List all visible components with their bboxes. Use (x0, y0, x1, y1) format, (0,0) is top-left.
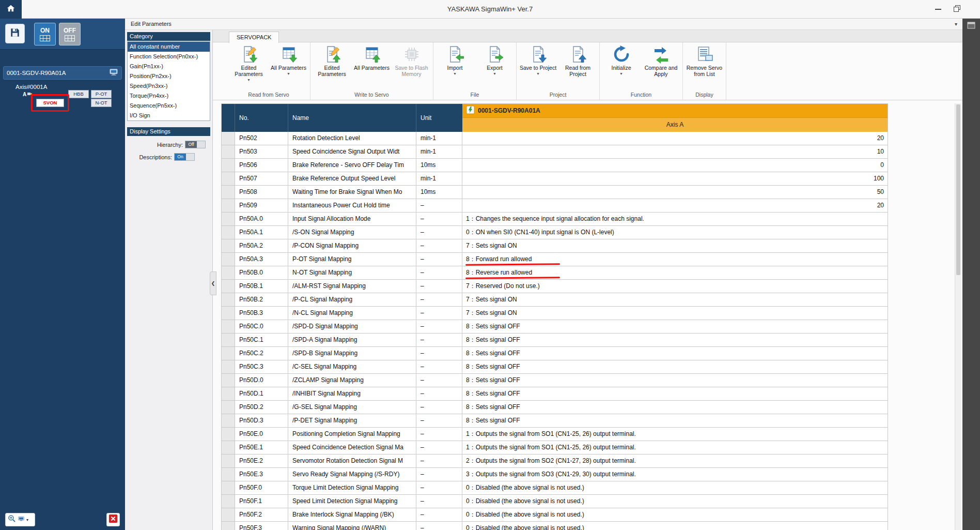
row-selector[interactable] (222, 414, 235, 427)
param-value-cell[interactable]: 8：Sets signal OFF (462, 334, 888, 346)
category-item[interactable]: Speed(Pn3xx-) (128, 81, 210, 91)
ribbon-button[interactable]: Export ▼ (475, 43, 515, 90)
row-selector[interactable] (222, 387, 235, 400)
table-row[interactable]: Pn50B.1 /ALM-RST Signal Mapping – 7：Rese… (222, 280, 888, 293)
row-selector[interactable] (222, 428, 235, 441)
ribbon-button[interactable]: Save to Project ▼ (518, 43, 558, 90)
table-row[interactable]: Pn50A.0 Input Signal Allocation Mode – 1… (222, 213, 888, 226)
ribbon-button[interactable]: Import ▼ (435, 43, 475, 90)
dropdown-arrow-icon[interactable]: ▼ (287, 72, 290, 75)
table-row[interactable]: Pn50A.1 /S-ON Signal Mapping – 0：ON when… (222, 226, 888, 239)
row-selector[interactable] (222, 374, 235, 387)
param-value-cell[interactable]: 8：Sets signal OFF (462, 387, 888, 400)
param-value-cell[interactable]: 3：Outputs the signal from SO3 (CN1-29, 3… (462, 468, 888, 481)
param-value-cell[interactable]: 20 (462, 199, 888, 212)
pane-menu-chevron-icon[interactable]: ▾ (955, 19, 957, 29)
save-button[interactable] (5, 24, 25, 43)
table-row[interactable]: Pn50B.2 /P-CL Signal Mapping – 7：Sets si… (222, 293, 888, 307)
param-value-cell[interactable]: 50 (462, 186, 888, 199)
category-item[interactable]: All constant number (128, 42, 210, 52)
category-item[interactable]: I/O Sign (128, 111, 210, 120)
param-value-cell[interactable]: 8：Sets signal OFF (462, 414, 888, 427)
param-value-cell[interactable]: 8：Sets signal OFF (462, 320, 888, 333)
param-value-cell[interactable]: 7：Sets signal ON (462, 239, 888, 252)
zoom-tools[interactable]: ▾ (5, 513, 35, 526)
table-row[interactable]: Pn50E.2 Servomotor Rotation Detection Si… (222, 455, 888, 468)
table-row[interactable]: Pn50B.0 N-OT Signal Mapping – 8：Reverse … (222, 266, 888, 280)
param-value-cell[interactable]: 0：Disabled (the above signal is not used… (462, 481, 888, 494)
table-row[interactable]: Pn50F.3 Warning Signal Mapping (/WARN) –… (222, 522, 888, 530)
param-value-cell[interactable]: 8：Forward run allowed (462, 253, 888, 266)
table-row[interactable]: Pn50E.3 Servo Ready Signal Mapping (/S-R… (222, 468, 888, 481)
dock-window-icon[interactable] (967, 22, 975, 29)
table-row[interactable]: Pn50C.3 /C-SEL Signal Mapping – 8：Sets s… (222, 360, 888, 374)
dropdown-arrow-icon[interactable]: ▼ (619, 72, 623, 75)
servo-on-button[interactable]: ON (34, 23, 56, 46)
row-selector[interactable] (222, 145, 235, 158)
row-selector[interactable] (222, 213, 235, 225)
table-row[interactable]: Pn50C.1 /SPD-A Signal Mapping – 8：Sets s… (222, 334, 888, 347)
param-value-cell[interactable]: 8：Reverse run allowed (462, 266, 888, 279)
param-value-cell[interactable]: 10 (462, 145, 888, 158)
row-selector[interactable] (222, 347, 235, 360)
scrollbar-thumb[interactable] (956, 104, 960, 275)
param-value-cell[interactable]: 1：Outputs the signal from SO1 (CN1-25, 2… (462, 428, 888, 441)
table-row[interactable]: Pn50A.2 /P-CON Signal Mapping – 7：Sets s… (222, 239, 888, 253)
table-row[interactable]: Pn50F.0 Torque Limit Detection Signal Ma… (222, 481, 888, 495)
table-row[interactable]: Pn509 Instantaneous Power Cut Hold time … (222, 199, 888, 213)
table-row[interactable]: Pn50A.3 P-OT Signal Mapping – 8：Forward … (222, 253, 888, 266)
category-item[interactable]: Gain(Pn1xx-) (128, 62, 210, 71)
param-value-cell[interactable]: 1：Outputs the signal from SO1 (CN1-25, 2… (462, 441, 888, 454)
param-value-cell[interactable]: 0：Disabled (the above signal is not used… (462, 495, 888, 508)
table-row[interactable]: Pn50D.3 /P-DET Signal Mapping – 8：Sets s… (222, 414, 888, 428)
category-item[interactable]: Position(Pn2xx-) (128, 71, 210, 81)
restore-button-icon[interactable] (954, 5, 960, 14)
table-row[interactable]: Pn50F.2 Brake Interlock Signal Mapping (… (222, 508, 888, 522)
table-row[interactable]: Pn50C.2 /SPD-B Signal Mapping – 8：Sets s… (222, 347, 888, 360)
ribbon-button[interactable]: Compare and Apply (641, 43, 681, 90)
row-selector[interactable] (222, 266, 235, 279)
dropdown-arrow-icon[interactable]: ▼ (247, 78, 251, 82)
axis-tree-node[interactable]: Axis#0001A (15, 84, 47, 90)
table-row[interactable]: Pn502 Rotation Detection Level min-1 20 (222, 132, 888, 145)
table-row[interactable]: Pn50D.0 /ZCLAMP Signal Mapping – 8：Sets … (222, 374, 888, 387)
param-value-cell[interactable]: 2：Outputs the signal from SO2 (CN1-27, 2… (462, 455, 888, 467)
ribbon-button[interactable]: Edited Parameters ▼ (229, 43, 269, 90)
vertical-scrollbar[interactable] (955, 103, 961, 530)
row-selector[interactable] (222, 481, 235, 494)
row-selector[interactable] (222, 508, 235, 521)
row-selector[interactable] (222, 132, 235, 145)
category-item[interactable]: Function Selection(Pn0xx-) (128, 52, 210, 62)
param-value-cell[interactable]: 7：Sets signal ON (462, 293, 888, 306)
table-row[interactable]: Pn50D.2 /G-SEL Signal Mapping – 8：Sets s… (222, 401, 888, 414)
row-selector[interactable] (222, 360, 235, 373)
descriptions-toggle[interactable]: On (174, 153, 195, 161)
ribbon-button[interactable]: All Parameters (352, 43, 392, 90)
param-value-cell[interactable]: 0：Disabled (the above signal is not used… (462, 522, 888, 530)
param-value-cell[interactable]: 8：Sets signal OFF (462, 347, 888, 360)
row-selector[interactable] (222, 280, 235, 293)
param-value-cell[interactable]: 0：Disabled (the above signal is not used… (462, 508, 888, 521)
table-row[interactable]: Pn50C.0 /SPD-D Signal Mapping – 8：Sets s… (222, 320, 888, 334)
servo-off-button[interactable]: OFF (59, 23, 81, 46)
tab-servopack[interactable]: SERVOPACK (229, 32, 279, 43)
servopack-tree-node[interactable]: 0001-SGDV-R90A01A (3, 66, 122, 80)
ribbon-button[interactable]: Remove Servo from List (685, 43, 724, 90)
table-row[interactable]: Pn508 Waiting Time for Brake Signal When… (222, 186, 888, 199)
row-selector[interactable] (222, 226, 235, 239)
row-selector[interactable] (222, 307, 235, 320)
ribbon-button[interactable]: Initialize ▼ (601, 43, 641, 90)
minimize-button-icon[interactable] (935, 9, 941, 10)
table-row[interactable]: Pn503 Speed Coincidence Signal Output Wi… (222, 145, 888, 159)
row-selector[interactable] (222, 468, 235, 481)
param-value-cell[interactable]: 0：ON when SI0 (CN1-40) input signal is O… (462, 226, 888, 239)
param-value-cell[interactable]: 0 (462, 159, 888, 172)
row-selector[interactable] (222, 522, 235, 530)
monitor-small-icon[interactable] (18, 515, 25, 524)
param-value-cell[interactable]: 8：Sets signal OFF (462, 360, 888, 373)
dropdown-arrow-icon[interactable]: ▼ (453, 72, 457, 75)
monitor-icon[interactable] (109, 68, 118, 78)
param-value-cell[interactable]: 100 (462, 172, 888, 185)
row-selector[interactable] (222, 199, 235, 212)
param-value-cell[interactable]: 20 (462, 132, 888, 145)
